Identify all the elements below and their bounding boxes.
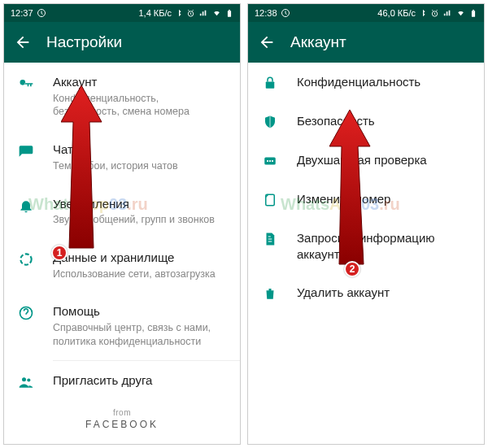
status-vpn-icon <box>281 8 290 18</box>
svg-rect-13 <box>266 82 275 89</box>
status-speed: 1,4 КБ/с <box>138 8 172 18</box>
item-change-number[interactable]: Изменить номер <box>248 180 484 219</box>
item-privacy[interactable]: Конфиденциальность <box>248 63 484 102</box>
svg-point-4 <box>20 254 31 264</box>
shield-icon <box>261 115 279 129</box>
svg-point-6 <box>22 377 26 381</box>
item-label: Чаты <box>53 141 227 158</box>
chat-icon <box>17 143 35 159</box>
svg-point-16 <box>269 160 271 162</box>
svg-point-15 <box>267 160 268 162</box>
item-chats[interactable]: Чаты Тема, обои, история чатов <box>4 130 240 184</box>
signal-icon <box>198 9 208 17</box>
item-label: Удалить аккаунт <box>297 285 471 301</box>
item-sub: Справочный центр, связь с нами, политика… <box>53 321 227 349</box>
status-vpn-icon <box>37 8 46 18</box>
wifi-icon <box>455 9 466 17</box>
item-label: Аккаунт <box>53 74 227 90</box>
battery-icon <box>225 8 233 19</box>
item-label: Уведомления <box>53 196 227 212</box>
svg-rect-2 <box>228 11 231 17</box>
status-bar: 12:38 46,0 КБ/с <box>248 4 484 22</box>
item-security[interactable]: Безопасность <box>248 102 484 141</box>
status-time: 12:37 <box>11 8 33 18</box>
key-icon <box>17 76 35 92</box>
svg-rect-11 <box>472 11 475 17</box>
people-icon <box>17 374 35 390</box>
item-label: Двухшаговая проверка <box>297 152 471 168</box>
item-notifications[interactable]: Уведомления Звуки сообщений, групп и зво… <box>4 185 240 238</box>
item-account[interactable]: Аккаунт Конфиденциальность, безопасность… <box>4 63 240 130</box>
alarm-icon <box>430 9 439 18</box>
item-label: Безопасность <box>297 113 471 129</box>
battery-icon <box>469 8 477 19</box>
page-title: Настройки <box>46 33 122 51</box>
item-help[interactable]: Помощь Справочный центр, связь с нами, п… <box>4 292 240 359</box>
svg-rect-12 <box>473 9 474 10</box>
item-invite[interactable]: Пригласить друга <box>4 361 240 402</box>
item-label: Изменить номер <box>297 191 471 207</box>
signal-icon <box>442 9 452 17</box>
facebook-brand: FACEBOOK <box>4 419 240 438</box>
item-label: Помощь <box>53 303 227 320</box>
doc-icon <box>261 232 279 246</box>
bluetooth-icon <box>175 8 183 18</box>
item-label: Конфиденциальность <box>297 74 471 90</box>
svg-point-7 <box>27 378 30 381</box>
lock-icon <box>261 76 279 90</box>
back-button[interactable] <box>258 33 276 51</box>
app-bar: Настройки <box>4 22 240 63</box>
bluetooth-icon <box>419 8 427 18</box>
svg-rect-3 <box>229 9 230 10</box>
page-title: Аккаунт <box>290 33 346 51</box>
twostep-icon <box>261 154 279 168</box>
status-bar: 12:37 1,4 КБ/с <box>4 4 240 22</box>
help-icon <box>17 305 35 321</box>
item-label: Запросить информацию аккаунта <box>297 230 471 262</box>
account-list: Конфиденциальность Безопасность Двухшаго… <box>248 63 484 444</box>
item-label: Пригласить друга <box>53 372 227 389</box>
alarm-icon <box>186 9 195 18</box>
item-label: Данные и хранилище <box>53 250 227 266</box>
app-bar: Аккаунт <box>248 22 484 63</box>
data-icon <box>17 251 35 267</box>
item-data[interactable]: Данные и хранилище Использование сети, а… <box>4 238 240 292</box>
back-button[interactable] <box>14 33 32 51</box>
item-sub: Тема, обои, история чатов <box>53 159 227 173</box>
status-time: 12:38 <box>255 8 277 18</box>
item-sub: Конфиденциальность, безопасность, смена … <box>53 92 227 120</box>
screen-account: 12:38 46,0 КБ/с Аккаунт Конфиденциальнос… <box>247 3 485 445</box>
trash-icon <box>261 286 279 301</box>
screen-settings: 12:37 1,4 КБ/с Настройки Аккаунт Конфиде… <box>3 3 241 445</box>
settings-list: Аккаунт Конфиденциальность, безопасность… <box>4 63 240 444</box>
item-sub: Использование сети, автозагрузка <box>53 267 227 281</box>
wifi-icon <box>211 9 222 17</box>
item-delete-account[interactable]: Удалить аккаунт <box>248 273 484 312</box>
status-speed: 46,0 КБ/с <box>377 8 416 18</box>
item-request-info[interactable]: Запросить информацию аккаунта <box>248 219 484 273</box>
sim-icon <box>261 193 279 207</box>
item-two-step[interactable]: Двухшаговая проверка <box>248 141 484 180</box>
from-label: from <box>4 402 240 419</box>
item-sub: Звуки сообщений, групп и звонков <box>53 213 227 227</box>
bell-icon <box>17 198 35 214</box>
svg-point-17 <box>272 160 273 162</box>
